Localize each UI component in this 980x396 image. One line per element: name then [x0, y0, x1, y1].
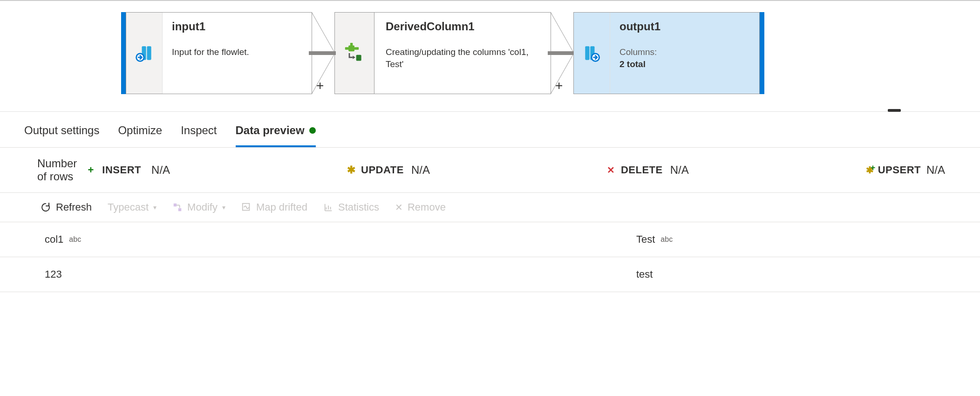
svg-rect-5	[354, 47, 359, 50]
remove-icon: ✕	[395, 202, 403, 213]
panel-resize-handle[interactable]	[888, 109, 901, 112]
node-handle-right[interactable]	[760, 12, 764, 94]
input-icon	[134, 43, 155, 63]
map-drifted-label: Map drifted	[256, 201, 307, 213]
update-value: N/A	[411, 164, 430, 177]
tab-data-preview[interactable]: Data preview	[236, 124, 316, 147]
refresh-icon	[40, 202, 51, 213]
node-derived-icon-zone[interactable]	[334, 12, 374, 94]
node-derived[interactable]: DerivedColumn1 Creating/updating the col…	[374, 12, 551, 94]
input-icon-zone	[126, 13, 163, 94]
node-input1[interactable]: input1 Input for the flowlet.	[126, 12, 312, 94]
upsert-value: N/A	[926, 164, 945, 177]
node-output1-title: output1	[619, 20, 750, 33]
node-output1[interactable]: output1 Columns: 2 total	[573, 12, 760, 94]
tab-output-settings[interactable]: Output settings	[24, 124, 99, 147]
delete-value: N/A	[670, 164, 689, 177]
map-drifted-button[interactable]: Map drifted	[241, 201, 307, 213]
node-input1-title: input1	[172, 20, 302, 33]
update-label: UPDATE	[361, 164, 404, 176]
flow-track: input1 Input for the flowlet. +	[121, 12, 764, 94]
statistics-icon	[323, 202, 333, 212]
svg-rect-11	[174, 204, 177, 206]
status-dot-icon	[309, 127, 316, 134]
remove-label: Remove	[408, 201, 446, 213]
connector-line-icon	[309, 51, 336, 55]
statistics-button[interactable]: Statistics	[323, 201, 379, 213]
tab-output-settings-label: Output settings	[24, 124, 99, 137]
output-icon-zone	[574, 13, 610, 94]
tab-data-preview-label: Data preview	[236, 124, 305, 137]
plus-icon: +	[88, 166, 94, 174]
svg-rect-12	[178, 208, 181, 211]
svg-rect-8	[585, 46, 589, 60]
cell-col1: 123	[45, 268, 62, 280]
connector-1: +	[312, 12, 335, 94]
node-output1-cols-value: 2 total	[619, 59, 646, 69]
upsert-label: UPSERT	[878, 164, 921, 176]
insert-value: N/A	[151, 164, 170, 177]
tab-inspect-label: Inspect	[181, 124, 217, 137]
statistics-label: Statistics	[338, 201, 379, 213]
add-step-button-1[interactable]: +	[316, 78, 324, 93]
svg-rect-7	[356, 55, 361, 61]
refresh-label: Refresh	[56, 201, 92, 213]
rows-label: Number of rows	[37, 157, 80, 183]
delete-label: DELETE	[621, 164, 663, 176]
tab-inspect[interactable]: Inspect	[181, 124, 217, 147]
svg-rect-3	[348, 46, 354, 52]
cell-test: test	[636, 268, 653, 280]
tab-optimize-label: Optimize	[118, 124, 162, 137]
node-handle-left[interactable]	[121, 12, 126, 94]
connector-2: +	[551, 12, 574, 94]
modify-button[interactable]: Modify ▾	[172, 201, 225, 213]
x-icon: ✕	[607, 166, 615, 174]
row-stats: Number of rows + INSERT N/A ✱ UPDATE N/A…	[0, 148, 980, 193]
add-step-button-2[interactable]: +	[555, 78, 563, 93]
svg-rect-6	[350, 43, 353, 46]
column-type-col1: abc	[69, 235, 81, 244]
typecast-button[interactable]: Typecast ▾	[108, 201, 157, 213]
typecast-label: Typecast	[108, 201, 149, 213]
node-output1-cols-label: Columns:	[619, 46, 750, 58]
connector-line-icon	[548, 51, 575, 55]
node-derived-desc: Creating/updating the columns 'col1, Tes…	[386, 46, 541, 70]
output-icon	[582, 43, 602, 63]
upsert-icon: ✱ +	[866, 166, 874, 174]
chevron-down-icon: ▾	[153, 204, 157, 211]
modify-label: Modify	[187, 201, 218, 213]
table-row[interactable]: 123 test	[0, 257, 980, 292]
panel-tabs: Output settings Optimize Inspect Data pr…	[0, 112, 980, 148]
insert-label: INSERT	[102, 164, 141, 176]
preview-table: col1 abc Test abc 123 test	[0, 222, 980, 292]
svg-rect-4	[345, 47, 349, 50]
derived-column-icon	[344, 43, 365, 63]
modify-icon	[172, 202, 183, 212]
chevron-down-icon: ▾	[222, 204, 225, 211]
svg-rect-1	[147, 46, 151, 60]
refresh-button[interactable]: Refresh	[40, 201, 92, 213]
column-header-test[interactable]: Test	[636, 233, 655, 246]
tab-optimize[interactable]: Optimize	[118, 124, 162, 147]
map-drifted-icon	[241, 202, 252, 212]
column-type-test: abc	[660, 235, 673, 244]
preview-toolbar: Refresh Typecast ▾ Modify ▾ Map drifted …	[0, 193, 980, 222]
remove-button[interactable]: ✕ Remove	[395, 201, 446, 213]
column-header-col1[interactable]: col1	[45, 233, 63, 246]
node-input1-desc: Input for the flowlet.	[172, 46, 302, 58]
table-header-row: col1 abc Test abc	[0, 222, 980, 257]
flow-canvas: input1 Input for the flowlet. +	[0, 0, 980, 112]
asterisk-icon: ✱	[347, 166, 355, 174]
node-derived-title: DerivedColumn1	[386, 20, 541, 33]
